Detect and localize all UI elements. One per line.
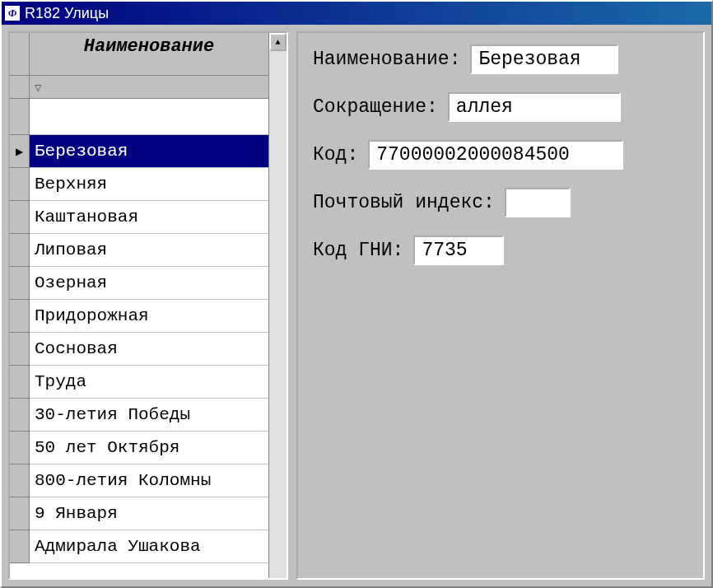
detail-panel: Наименование: Сокращение: Код: Почтовый …: [296, 31, 705, 580]
app-icon: Ф: [5, 6, 20, 21]
sort-indicator-col: [10, 76, 30, 99]
row-cell: 50 лет Октября: [30, 432, 268, 464]
vertical-scrollbar[interactable]: ▲: [268, 33, 287, 578]
table-row[interactable]: Липовая: [10, 234, 268, 267]
grid-area: Наименование Березовая Верхняя: [10, 33, 268, 578]
row-cell: Озерная: [30, 267, 268, 300]
table-row[interactable]: 9 Января: [10, 497, 268, 530]
postal-field[interactable]: [505, 188, 571, 217]
row-pointer-icon: [10, 135, 30, 168]
row-cell: Липовая: [30, 234, 268, 267]
name-label: Наименование:: [313, 49, 460, 70]
row-indicator: [10, 267, 30, 300]
grid-header-row: Наименование: [10, 33, 268, 76]
table-row[interactable]: Сосновая: [10, 333, 268, 366]
table-row[interactable]: Березовая: [10, 135, 268, 168]
grid-panel: Наименование Березовая Верхняя: [8, 31, 288, 580]
indicator-header: [10, 33, 30, 76]
table-row[interactable]: Придорожная: [10, 300, 268, 333]
blank-cell: [30, 99, 268, 135]
row-cell: 800-летия Коломны: [30, 464, 268, 497]
table-row[interactable]: Озерная: [10, 267, 268, 300]
row-cell: Каштановая: [30, 201, 268, 234]
sort-desc-icon: [35, 77, 41, 96]
row-indicator: [10, 168, 30, 201]
blank-indicator: [10, 99, 30, 135]
row-cell: Придорожная: [30, 300, 268, 333]
table-row[interactable]: 800-летия Коломны: [10, 464, 268, 497]
row-indicator: [10, 530, 30, 563]
row-indicator: [10, 432, 30, 464]
table-row[interactable]: 30-летия Победы: [10, 399, 268, 432]
row-cell: Адмирала Ушакова: [30, 530, 268, 563]
gni-field[interactable]: [413, 236, 504, 265]
row-indicator: [10, 201, 30, 234]
row-indicator: [10, 234, 30, 267]
row-indicator: [10, 497, 30, 530]
name-field[interactable]: [470, 44, 618, 74]
postal-label: Почтовый индекс:: [313, 192, 495, 213]
window-title: R182 Улицы: [25, 5, 109, 22]
table-row[interactable]: Каштановая: [10, 201, 268, 234]
row-indicator: [10, 366, 30, 399]
table-row[interactable]: Верхняя: [10, 168, 268, 201]
row-indicator: [10, 464, 30, 497]
gni-label: Код ГНИ:: [313, 240, 403, 261]
row-indicator: [10, 333, 30, 366]
scroll-up-button[interactable]: ▲: [269, 33, 287, 51]
row-cell: 30-летия Победы: [30, 399, 268, 432]
form-row-code: Код:: [313, 140, 688, 170]
content-area: Наименование Березовая Верхняя: [2, 25, 711, 586]
code-label: Код:: [313, 144, 358, 166]
sort-row: [10, 76, 268, 99]
row-cell: Труда: [30, 366, 268, 399]
form-row-gni: Код ГНИ:: [313, 236, 688, 265]
form-row-abbr: Сокращение:: [313, 92, 688, 122]
table-row[interactable]: Адмирала Ушакова: [10, 530, 268, 563]
table-row[interactable]: 50 лет Октября: [10, 432, 268, 464]
row-cell: Сосновая: [30, 333, 268, 366]
abbr-label: Сокращение:: [313, 96, 438, 118]
form-row-postal: Почтовый индекс:: [313, 188, 688, 217]
window: Ф R182 Улицы Наименование Б: [0, 0, 713, 588]
column-header-name[interactable]: Наименование: [30, 33, 268, 76]
title-bar[interactable]: Ф R182 Улицы: [2, 2, 711, 25]
abbr-field[interactable]: [448, 92, 621, 122]
code-field[interactable]: [368, 140, 623, 170]
row-cell: Верхняя: [30, 168, 268, 201]
row-cell: 9 Января: [30, 497, 268, 530]
table-row[interactable]: Труда: [10, 366, 268, 399]
row-indicator: [10, 399, 30, 432]
sort-cell[interactable]: [30, 76, 268, 99]
form-row-name: Наименование:: [313, 44, 688, 74]
scroll-track[interactable]: [269, 51, 287, 578]
row-cell: Березовая: [30, 135, 268, 168]
blank-row: [10, 99, 268, 135]
row-indicator: [10, 300, 30, 333]
